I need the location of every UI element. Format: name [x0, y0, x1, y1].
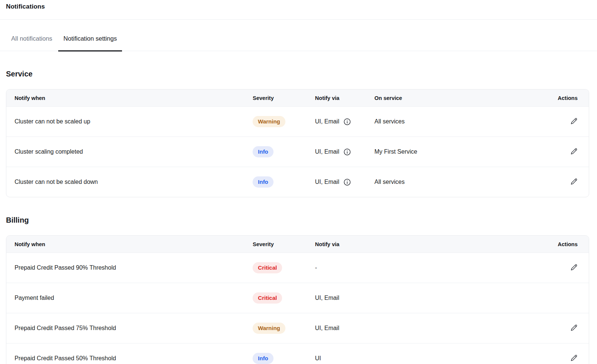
pencil-icon	[571, 324, 578, 331]
edit-button[interactable]	[571, 148, 578, 155]
notify-via-cell: UI, Email	[315, 167, 374, 197]
severity-badge: Warning	[253, 323, 285, 334]
info-icon[interactable]	[343, 178, 351, 186]
header-divider	[0, 19, 597, 20]
pencil-icon	[571, 148, 578, 155]
on-service-cell: My First Service	[375, 136, 529, 167]
notify-via-text: UI, Email	[315, 325, 339, 332]
notify-when-cell: Cluster scaling completed	[6, 136, 253, 167]
pencil-icon	[571, 354, 578, 361]
notifications-page: Notifications All notificationsNotificat…	[0, 0, 597, 364]
section-heading-billing: Billing	[6, 216, 591, 225]
section-heading-service: Service	[6, 69, 591, 78]
notify-via-cell: UI, Email	[315, 136, 374, 167]
actions-cell	[529, 106, 589, 136]
notify-via-text: UI, Email	[315, 148, 339, 155]
info-icon[interactable]	[343, 148, 351, 156]
notify-when-cell: Prepaid Credit Passed 75% Threshold	[6, 313, 253, 343]
column-header-notify-when: Notify when	[6, 236, 253, 252]
table-row: Cluster scaling completedInfoUI, EmailMy…	[6, 136, 589, 167]
column-header-severity: Severity	[253, 90, 315, 106]
settings-table-wrap: Notify whenSeverityNotify viaOn serviceA…	[6, 89, 589, 197]
edit-button[interactable]	[571, 264, 578, 271]
column-header-notify-via: Notify via	[315, 90, 374, 106]
table-row: Cluster can not be scaled upWarningUI, E…	[6, 106, 589, 136]
pencil-icon	[571, 264, 578, 271]
tab-all-notifications[interactable]: All notifications	[6, 34, 57, 51]
notify-via-cell: UI, Email	[315, 106, 374, 136]
edit-button[interactable]	[571, 324, 578, 331]
notify-via-text: UI, Email	[315, 118, 339, 125]
severity-badge: Critical	[253, 262, 282, 273]
severity-cell: Critical	[253, 283, 315, 313]
table-row: Cluster can not be scaled downInfoUI, Em…	[6, 167, 589, 197]
settings-table: Notify whenSeverityNotify viaOn serviceA…	[6, 89, 589, 197]
severity-cell: Info	[253, 167, 315, 197]
edit-button[interactable]	[571, 117, 578, 125]
actions-cell	[529, 136, 589, 167]
notify-when-cell: Payment failed	[6, 283, 253, 313]
table-header: Notify whenSeverityNotify viaOn serviceA…	[6, 90, 589, 106]
actions-cell	[529, 252, 589, 283]
severity-cell: Critical	[253, 252, 315, 283]
pencil-icon	[571, 178, 578, 185]
notify-via-text: UI, Email	[315, 179, 339, 185]
sections: Service Notify whenSeverityNotify viaOn …	[0, 69, 597, 364]
column-header-notify-when: Notify when	[6, 90, 253, 106]
column-header-actions: Actions	[529, 236, 589, 252]
severity-cell: Info	[253, 343, 315, 364]
actions-cell	[529, 167, 589, 197]
on-service-cell: All services	[375, 106, 529, 136]
column-header-notify-via: Notify via	[315, 236, 529, 252]
severity-badge: Info	[253, 353, 274, 364]
table-header: Notify whenSeverityNotify viaActions	[6, 236, 589, 252]
severity-badge: Info	[253, 176, 274, 188]
notify-when-cell: Cluster can not be scaled up	[6, 106, 253, 136]
edit-button[interactable]	[571, 354, 578, 361]
page-title: Notifications	[6, 2, 591, 11]
column-header-severity: Severity	[253, 236, 315, 252]
table-row: Prepaid Credit Passed 50% ThresholdInfoU…	[6, 343, 589, 364]
notify-via-cell: UI, Email	[315, 313, 529, 343]
notify-via-cell: UI, Email	[315, 283, 529, 313]
notify-when-cell: Prepaid Credit Passed 50% Threshold	[6, 343, 253, 364]
notify-via-cell: UI	[315, 343, 529, 364]
notify-via-text: -	[315, 264, 317, 271]
settings-section: Billing Notify whenSeverityNotify viaAct…	[0, 216, 597, 364]
table-row: Prepaid Credit Passed 75% ThresholdWarni…	[6, 313, 589, 343]
notify-via-cell: -	[315, 252, 529, 283]
table-row: Prepaid Credit Passed 90% ThresholdCriti…	[6, 252, 589, 283]
settings-table: Notify whenSeverityNotify viaActions Pre…	[6, 235, 589, 364]
severity-badge: Info	[253, 146, 274, 157]
settings-section: Service Notify whenSeverityNotify viaOn …	[0, 69, 597, 197]
severity-cell: Warning	[253, 313, 315, 343]
actions-cell	[529, 343, 589, 364]
severity-badge: Critical	[253, 292, 282, 304]
page-header: Notifications	[0, 0, 597, 11]
severity-cell: Warning	[253, 106, 315, 136]
severity-cell: Info	[253, 136, 315, 167]
on-service-cell: All services	[375, 167, 529, 197]
column-header-on-service: On service	[375, 90, 529, 106]
actions-cell	[529, 283, 589, 313]
column-header-actions: Actions	[529, 90, 589, 106]
edit-button[interactable]	[571, 178, 578, 185]
tab-notification-settings[interactable]: Notification settings	[58, 34, 122, 51]
notify-via-text: UI, Email	[315, 295, 339, 301]
settings-table-wrap: Notify whenSeverityNotify viaActions Pre…	[6, 235, 589, 364]
pencil-icon	[571, 117, 578, 125]
notify-via-text: UI	[315, 355, 321, 362]
table-row: Payment failedCriticalUI, Email	[6, 283, 589, 313]
tab-bar: All notificationsNotification settings	[0, 34, 597, 51]
actions-cell	[529, 313, 589, 343]
severity-badge: Warning	[253, 116, 285, 127]
info-icon[interactable]	[343, 118, 351, 126]
notify-when-cell: Prepaid Credit Passed 90% Threshold	[6, 252, 253, 283]
notify-when-cell: Cluster can not be scaled down	[6, 167, 253, 197]
